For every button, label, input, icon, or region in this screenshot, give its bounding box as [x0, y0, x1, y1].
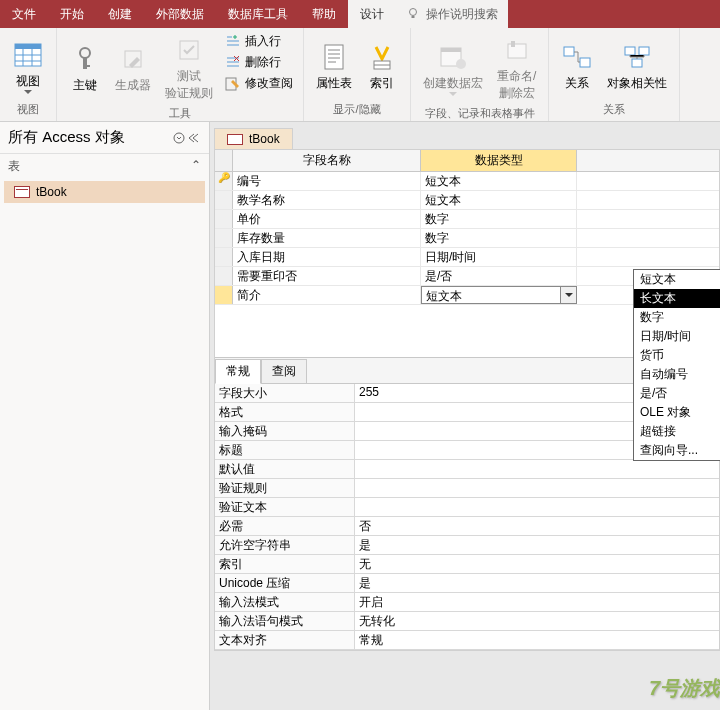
property-row[interactable]: 索引无 [215, 555, 719, 574]
prop-value[interactable] [355, 479, 719, 497]
prop-value[interactable]: 否 [355, 517, 719, 535]
dropdown-option[interactable]: 查阅向导... [634, 441, 720, 460]
datatype-dropdown: 短文本长文本数字日期/时间货币自动编号是/否OLE 对象超链接查阅向导... [633, 269, 720, 461]
col-fieldname[interactable]: 字段名称 [233, 150, 421, 171]
field-row[interactable]: 单价数字 [215, 210, 719, 229]
index-button[interactable]: 索引 [360, 32, 404, 100]
prop-value[interactable]: 是 [355, 574, 719, 592]
tab-dbtools[interactable]: 数据库工具 [216, 0, 300, 28]
propsheet-button[interactable]: 属性表 [310, 32, 358, 100]
dropdown-option[interactable]: 数字 [634, 308, 720, 327]
row-selector[interactable] [215, 286, 233, 304]
fieldname-cell[interactable]: 简介 [233, 286, 421, 304]
dropdown-option[interactable]: 日期/时间 [634, 327, 720, 346]
tellme-search[interactable]: 操作说明搜索 [396, 0, 508, 28]
prop-value[interactable]: 常规 [355, 631, 719, 649]
view-button[interactable]: 视图 [6, 32, 50, 100]
group-view-label[interactable]: 视图 [6, 100, 50, 119]
dropdown-option[interactable]: OLE 对象 [634, 403, 720, 422]
document-tab[interactable]: tBook [214, 128, 293, 149]
row-selector[interactable] [215, 229, 233, 247]
row-selector[interactable] [215, 267, 233, 285]
property-row[interactable]: 验证文本 [215, 498, 719, 517]
rename-icon [501, 34, 533, 66]
datatype-cell[interactable]: 数字 [421, 210, 577, 228]
dropdown-option[interactable]: 超链接 [634, 422, 720, 441]
field-row[interactable]: 教学名称短文本 [215, 191, 719, 210]
field-row[interactable]: 入库日期日期/时间 [215, 248, 719, 267]
nav-section-tables[interactable]: 表 ⌃ [0, 154, 209, 179]
deleterow-button[interactable]: 删除行 [221, 53, 297, 72]
property-row[interactable]: 文本对齐常规 [215, 631, 719, 650]
fieldname-cell[interactable]: 库存数量 [233, 229, 421, 247]
svg-rect-22 [639, 47, 649, 55]
tab-design[interactable]: 设计 [348, 0, 396, 28]
field-row[interactable]: 🔑编号短文本 [215, 172, 719, 191]
property-row[interactable]: 默认值 [215, 460, 719, 479]
datatype-cell[interactable]: 短文本 [421, 286, 577, 304]
dropdown-option[interactable]: 自动编号 [634, 365, 720, 384]
group-tools-label[interactable]: 工具 [63, 104, 297, 123]
datatype-cell[interactable]: 短文本 [421, 191, 577, 209]
svg-point-7 [80, 48, 90, 58]
tab-home[interactable]: 开始 [48, 0, 96, 28]
property-row[interactable]: 输入法模式开启 [215, 593, 719, 612]
prop-value[interactable]: 是 [355, 536, 719, 554]
group-showhide-label[interactable]: 显示/隐藏 [310, 100, 404, 119]
proptab-general[interactable]: 常规 [215, 359, 261, 384]
objdeps-button[interactable]: 对象相关性 [601, 32, 673, 100]
property-row[interactable]: Unicode 压缩是 [215, 574, 719, 593]
row-selector[interactable] [215, 191, 233, 209]
dropdown-option[interactable]: 是/否 [634, 384, 720, 403]
row-selector[interactable] [215, 248, 233, 266]
selectall-cell[interactable] [215, 150, 233, 171]
navigation-pane: 所有 Access 对象 表 ⌃ tBook [0, 122, 210, 710]
relations-button[interactable]: 关系 [555, 32, 599, 100]
property-row[interactable]: 输入法语句模式无转化 [215, 612, 719, 631]
insertrow-button[interactable]: 插入行 [221, 32, 297, 51]
datatype-cell[interactable]: 短文本 [421, 172, 577, 190]
tab-external[interactable]: 外部数据 [144, 0, 216, 28]
prop-key: 默认值 [215, 460, 355, 478]
proptab-lookup[interactable]: 查阅 [261, 359, 307, 384]
tab-create[interactable]: 创建 [96, 0, 144, 28]
collapse-nav-icon[interactable] [189, 132, 201, 144]
fieldname-cell[interactable]: 编号 [233, 172, 421, 190]
property-row[interactable]: 必需否 [215, 517, 719, 536]
renamemacro-button: 重命名/ 删除宏 [491, 32, 542, 104]
modifylookup-button[interactable]: 修改查阅 [221, 74, 297, 93]
svg-rect-9 [83, 65, 90, 67]
prop-value[interactable] [355, 498, 719, 516]
property-row[interactable]: 允许空字符串是 [215, 536, 719, 555]
fieldname-cell[interactable]: 单价 [233, 210, 421, 228]
prop-value[interactable] [355, 460, 719, 478]
property-row[interactable]: 验证规则 [215, 479, 719, 498]
field-row[interactable]: 库存数量数字 [215, 229, 719, 248]
row-selector[interactable]: 🔑 [215, 172, 233, 190]
group-rel-label[interactable]: 关系 [555, 100, 673, 119]
dropdown-option[interactable]: 短文本 [634, 270, 720, 289]
tab-help[interactable]: 帮助 [300, 0, 348, 28]
datatype-cell[interactable]: 数字 [421, 229, 577, 247]
dropdown-option[interactable]: 货币 [634, 346, 720, 365]
nav-item-tbook[interactable]: tBook [4, 181, 205, 203]
row-selector[interactable] [215, 210, 233, 228]
group-events-label[interactable]: 字段、记录和表格事件 [417, 104, 542, 123]
dropdown-option[interactable]: 长文本 [634, 289, 720, 308]
primarykey-button[interactable]: 主键 [63, 32, 107, 104]
ribbon: 视图 视图 主键 生成器 测试 验证规则 插入行 删除行 修改查阅 [0, 28, 720, 122]
fieldname-cell[interactable]: 需要重印否 [233, 267, 421, 285]
prop-value[interactable]: 开启 [355, 593, 719, 611]
prop-value[interactable]: 无转化 [355, 612, 719, 630]
svg-point-0 [410, 9, 417, 16]
fieldname-cell[interactable]: 入库日期 [233, 248, 421, 266]
tab-file[interactable]: 文件 [0, 0, 48, 28]
datatype-cell[interactable]: 日期/时间 [421, 248, 577, 266]
col-datatype[interactable]: 数据类型 [421, 150, 577, 171]
dropdown-button[interactable] [560, 287, 576, 303]
datatype-cell[interactable]: 是/否 [421, 267, 577, 285]
prop-value[interactable]: 无 [355, 555, 719, 573]
tab-label: tBook [249, 132, 280, 146]
search-dropdown-icon[interactable] [173, 132, 185, 144]
fieldname-cell[interactable]: 教学名称 [233, 191, 421, 209]
